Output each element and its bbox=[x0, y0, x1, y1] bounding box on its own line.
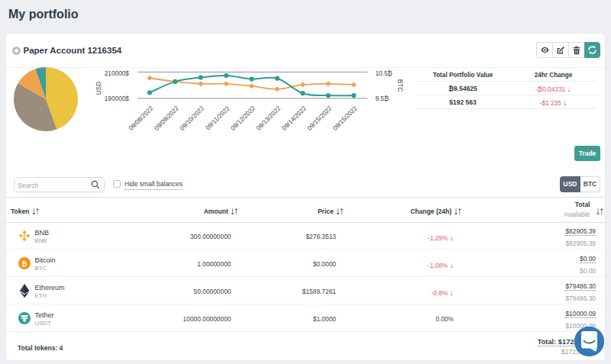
svg-text:09/08/2022: 09/08/2022 bbox=[128, 105, 155, 132]
svg-text:8.5₿: 8.5₿ bbox=[375, 95, 389, 102]
svg-text:09/10/2022: 09/10/2022 bbox=[179, 105, 206, 132]
svg-text:09/11/2022: 09/11/2022 bbox=[205, 105, 231, 131]
svg-text:210000$: 210000$ bbox=[105, 69, 130, 77]
svg-text:09/15/2022: 09/15/2022 bbox=[331, 105, 359, 132]
svg-text:09/12/2022: 09/12/2022 bbox=[230, 105, 257, 132]
svg-text:USD: USD bbox=[95, 82, 102, 95]
svg-text:₿: ₿ bbox=[21, 260, 27, 268]
svg-text:BTC: BTC bbox=[396, 79, 404, 92]
svg-text:09/13/2022: 09/13/2022 bbox=[255, 105, 283, 132]
svg-text:09/15/2022: 09/15/2022 bbox=[306, 105, 334, 132]
svg-text:10.5₿: 10.5₿ bbox=[375, 69, 392, 77]
svg-text:09/14/2022: 09/14/2022 bbox=[280, 105, 308, 132]
svg-text:09/09/2022: 09/09/2022 bbox=[153, 105, 180, 132]
svg-text:190000$: 190000$ bbox=[105, 95, 130, 102]
